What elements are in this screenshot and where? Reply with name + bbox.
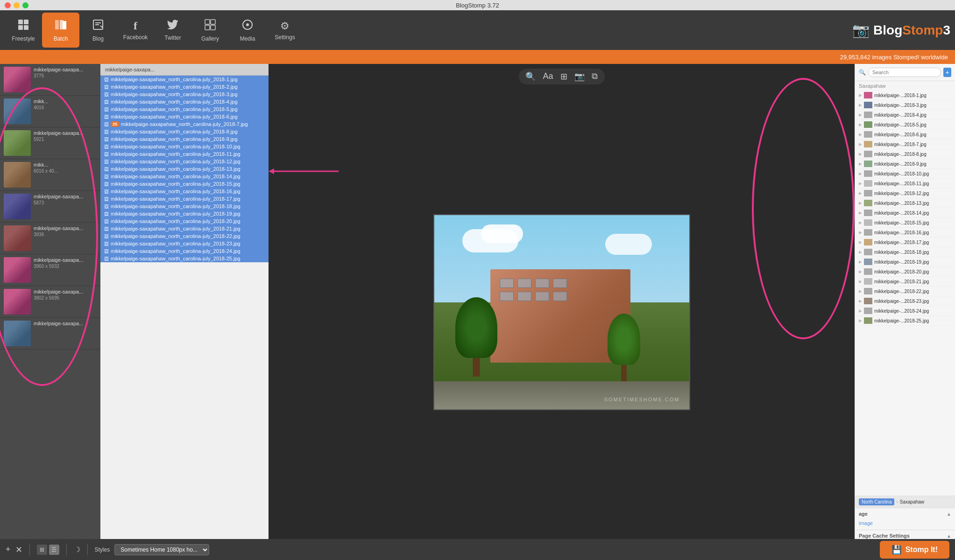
maximize-button[interactable] (22, 2, 28, 8)
tab-gallery[interactable]: Gallery (191, 13, 229, 48)
list-item[interactable]: 🖼 mikkelpaige-saxapahaw_north_carolina-j… (100, 113, 269, 120)
tab-settings[interactable]: ⚙ Settings (266, 13, 304, 48)
list-item[interactable]: 🖼 mikkelpaige-saxapahaw_north_carolina-j… (100, 91, 269, 98)
list-item[interactable]: ▶ mikkelpaige-...2018-23.jpg (855, 296, 955, 306)
list-item[interactable]: 🖼 mikkelpaige-saxapahaw_north_carolina-j… (100, 210, 269, 217)
list-item[interactable]: ▶ mikkelpaige-...2018-21.jpg (855, 277, 955, 287)
minimize-button[interactable] (14, 2, 20, 8)
list-item[interactable]: mikkelpaige-saxapa... (0, 318, 100, 350)
list-item[interactable]: ▶ mikkelpaige-...2018-12.jpg (855, 189, 955, 198)
search-tool-icon[interactable]: 🔍 (525, 71, 536, 82)
file-name: mikkelpaige-...2018-10.jpg (874, 171, 929, 176)
add-button[interactable]: + (943, 68, 951, 77)
list-item[interactable]: ▶ mikkelpaige-...2018-13.jpg (855, 198, 955, 208)
file-icon: 🖼 (104, 107, 109, 112)
list-item[interactable]: 🖼 mikkelpaige-saxapahaw_north_carolina-j… (100, 225, 269, 232)
list-item[interactable]: 🖼 mikkelpaige-saxapahaw_north_carolina-j… (100, 180, 269, 188)
list-item[interactable]: 🖼 25 mikkelpaige-saxapahaw_north_carolin… (100, 120, 269, 128)
list-item[interactable]: ▶ mikkelpaige-...2018-24.jpg (855, 306, 955, 316)
list-item[interactable]: 🖼 mikkelpaige-saxapahaw_north_carolina-j… (100, 188, 269, 195)
list-item[interactable]: mikkelpaige-saxapa... 3802 x 5695 (0, 286, 100, 318)
text-tool-icon[interactable]: Aa (543, 71, 553, 82)
style-selector[interactable]: Sometimes Home 1080px ho... (114, 544, 209, 555)
right-file-list[interactable]: ▶ mikkelpaige-...2018-1.jpg ▶ mikkelpaig… (855, 91, 955, 496)
list-item[interactable]: ▶ mikkelpaige-...2018-6.jpg (855, 130, 955, 140)
expand-icon: ▶ (859, 112, 862, 117)
file-thumbnail (864, 317, 872, 324)
list-item[interactable]: 🖼 mikkelpaige-saxapahaw_north_carolina-j… (100, 83, 269, 91)
file-name: mikkelpaige-saxapahaw_north_carolina-jul… (111, 129, 238, 134)
list-item[interactable]: 🖼 mikkelpaige-saxapahaw_north_carolina-j… (100, 158, 269, 165)
list-item[interactable]: ▶ mikkelpaige-...2018-18.jpg (855, 247, 955, 257)
list-item[interactable]: mikkelpaige-saxapa... 5921 (0, 127, 100, 159)
tab-freestyle[interactable]: Freestyle (5, 13, 42, 48)
bottom-bar: + ✕ ⊞ ☰ ☽ Styles Sometimes Home 1080px h… (0, 539, 955, 560)
file-thumbnail (864, 200, 872, 206)
list-item[interactable]: ▶ mikkelpaige-...2018-10.jpg (855, 169, 955, 179)
list-item[interactable]: 🖼 mikkelpaige-saxapahaw_north_carolina-j… (100, 195, 269, 203)
tab-facebook[interactable]: f Facebook (117, 13, 154, 48)
list-item[interactable]: 🖼 mikkelpaige-saxapahaw_north_carolina-j… (100, 105, 269, 113)
list-item[interactable]: ▶ mikkelpaige-...2018-1.jpg (855, 91, 955, 100)
grid-view-button[interactable]: ⊞ (37, 545, 47, 555)
list-item[interactable]: 🖼 mikkelpaige-saxapahaw_north_carolina-j… (100, 165, 269, 173)
list-item[interactable]: ▶ mikkelpaige-...2018-4.jpg (855, 110, 955, 120)
list-item[interactable]: ▶ mikkelpaige-...2018-7.jpg (855, 140, 955, 149)
list-item[interactable]: ▶ mikkelpaige-...2018-20.jpg (855, 267, 955, 277)
list-item[interactable]: mikkelpaige-saxapa... 5873 (0, 191, 100, 223)
list-view-button[interactable]: ☰ (49, 545, 59, 555)
remove-images-button[interactable]: ✕ (15, 545, 22, 555)
list-item[interactable]: 🖼 mikkelpaige-saxapahaw_north_carolina-j… (100, 143, 269, 150)
grid-tool-icon[interactable]: ⊞ (560, 71, 567, 82)
list-item[interactable]: 🖼 mikkelpaige-saxapahaw_north_carolina-j… (100, 255, 269, 262)
list-item[interactable]: 🖼 mikkelpaige-saxapahaw_north_carolina-j… (100, 247, 269, 255)
list-item[interactable]: mikkelpaige-saxapa... 3960 x 5932 (0, 254, 100, 286)
list-item[interactable]: 🖼 mikkelpaige-saxapahaw_north_carolina-j… (100, 128, 269, 135)
list-item[interactable]: ▶ mikkelpaige-...2018-11.jpg (855, 179, 955, 189)
list-item[interactable]: 🖼 mikkelpaige-saxapahaw_north_carolina-j… (100, 217, 269, 225)
add-images-button[interactable]: + (6, 545, 11, 554)
list-item[interactable]: 🖼 mikkelpaige-saxapahaw_north_carolina-j… (100, 76, 269, 83)
dark-mode-icon[interactable]: ☽ (74, 545, 80, 554)
image-link[interactable]: image (859, 520, 873, 526)
tab-media-label: Media (240, 35, 255, 42)
list-item[interactable]: ▶ mikkelpaige-...2018-16.jpg (855, 228, 955, 238)
file-thumbnail (864, 102, 872, 108)
close-button[interactable] (5, 2, 11, 8)
tab-media[interactable]: Media (229, 13, 266, 48)
list-item[interactable]: 🖼 mikkelpaige-saxapahaw_north_carolina-j… (100, 240, 269, 247)
file-name: mikkelpaige-...2018-23.jpg (874, 299, 929, 304)
tab-blog[interactable]: Blog (79, 13, 117, 48)
list-item[interactable]: ▶ mikkelpaige-...2018-17.jpg (855, 238, 955, 247)
list-item[interactable]: mikkelpaige-saxapa... 3775 (0, 64, 100, 96)
list-item[interactable]: ▶ mikkelpaige-...2018-19.jpg (855, 257, 955, 267)
list-item[interactable]: ▶ mikkelpaige-...2018-8.jpg (855, 149, 955, 159)
list-item[interactable]: 🖼 mikkelpaige-saxapahaw_north_carolina-j… (100, 150, 269, 158)
compare-tool-icon[interactable]: ⧉ (592, 71, 598, 82)
file-icon: 🖼 (104, 167, 109, 172)
instagram-tool-icon[interactable]: 📷 (574, 71, 585, 82)
list-item[interactable]: ▶ mikkelpaige-...2018-25.jpg (855, 316, 955, 326)
list-item[interactable]: ▶ mikkelpaige-...2018-5.jpg (855, 120, 955, 130)
list-item[interactable]: ▶ mikkelpaige-...2018-3.jpg (855, 100, 955, 110)
list-item[interactable]: 🖼 mikkelpaige-saxapahaw_north_carolina-j… (100, 232, 269, 240)
list-item[interactable]: ▶ mikkelpaige-...2018-14.jpg (855, 208, 955, 218)
list-item[interactable]: 🖼 mikkelpaige-saxapahaw_north_carolina-j… (100, 203, 269, 210)
search-input[interactable] (868, 68, 941, 77)
list-item[interactable]: ▶ mikkelpaige-...2018-9.jpg (855, 159, 955, 169)
list-item[interactable]: 🖼 mikkelpaige-saxapahaw_north_carolina-j… (100, 173, 269, 180)
list-item[interactable]: ▶ mikkelpaige-...2018-15.jpg (855, 218, 955, 228)
list-item[interactable]: ▶ mikkelpaige-...2018-22.jpg (855, 287, 955, 296)
stomp-button[interactable]: 💾 Stomp It! (880, 541, 949, 559)
list-item[interactable]: mikk... 6016 x 40... (0, 159, 100, 191)
list-item[interactable]: mikk... 4016 (0, 96, 100, 127)
list-item[interactable]: 🖼 mikkelpaige-saxapahaw_north_carolina-j… (100, 98, 269, 105)
cache-collapse-icon[interactable]: ▲ (947, 533, 951, 539)
section-collapse-icon[interactable]: ▲ (947, 511, 951, 517)
list-item[interactable]: mikkelpaige-saxapa... 3936 (0, 223, 100, 254)
tab-batch[interactable]: Batch (42, 13, 79, 48)
list-item[interactable]: 🖼 mikkelpaige-saxapahaw_north_carolina-j… (100, 135, 269, 143)
breadcrumb-north-carolina[interactable]: North Carolina (859, 498, 894, 505)
file-list-scroll[interactable]: 🖼 mikkelpaige-saxapahaw_north_carolina-j… (100, 76, 269, 560)
tab-twitter[interactable]: Twitter (154, 13, 191, 48)
